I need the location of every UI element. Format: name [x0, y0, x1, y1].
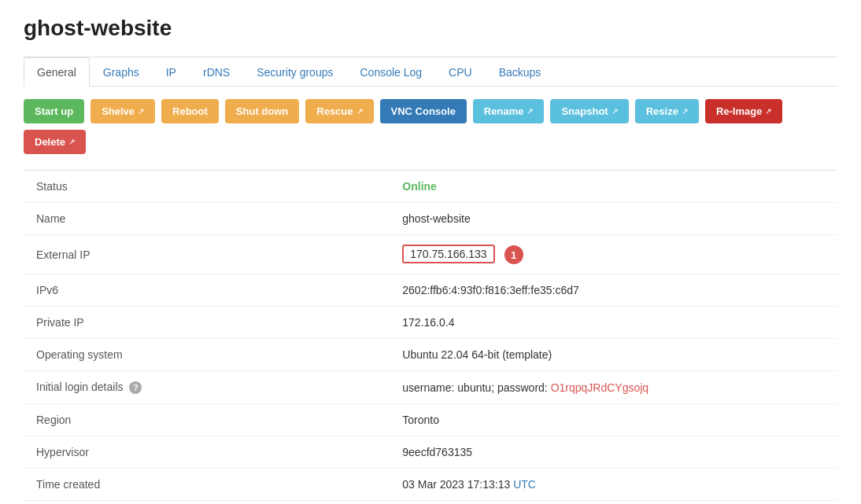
tab-console-log[interactable]: Console Log	[346, 57, 435, 86]
shut-down-button[interactable]: Shut down	[225, 99, 299, 123]
row-hypervisor: Hypervisor 9eecfd763135	[24, 436, 837, 469]
rescue-label: Rescue	[316, 105, 353, 117]
tab-rdns[interactable]: rDNS	[190, 57, 243, 86]
ipv6-label: IPv6	[24, 274, 390, 307]
details-table: Status Online Name ghost-website Externa…	[24, 170, 837, 504]
region-value: Toronto	[390, 404, 837, 436]
resize-button[interactable]: Resize ↗	[635, 99, 699, 123]
re-image-ext-icon: ↗	[765, 107, 771, 116]
ip-badge: 1	[504, 245, 523, 264]
row-status: Status Online	[24, 171, 837, 203]
resize-ext-icon: ↗	[682, 107, 688, 116]
page-title: ghost-website	[24, 16, 837, 41]
status-label: Status	[24, 171, 390, 203]
os-value: Ubuntu 22.04 64-bit (template)	[390, 339, 837, 371]
private-ip-label: Private IP	[24, 307, 390, 339]
login-value: username: ubuntu; password: O1rqpqJRdCYg…	[390, 371, 837, 404]
delete-label: Delete	[35, 136, 65, 148]
hypervisor-value: 9eecfd763135	[390, 436, 837, 469]
time-created-label: Time created	[24, 469, 390, 501]
row-time-created: Time created 03 Mar 2023 17:13:13 UTC	[24, 469, 837, 501]
time-created-value: 03 Mar 2023 17:13:13 UTC	[390, 469, 837, 501]
tab-bar: General Graphs IP rDNS Security groups C…	[24, 57, 837, 86]
os-label: Operating system	[24, 339, 390, 371]
tab-backups[interactable]: Backups	[486, 57, 555, 86]
row-login: Initial login details ? username: ubuntu…	[24, 371, 837, 404]
name-label: Name	[24, 203, 390, 235]
rename-ext-icon: ↗	[527, 107, 533, 116]
re-image-button[interactable]: Re-Image ↗	[705, 99, 783, 123]
shelve-label: Shelve	[102, 105, 135, 117]
tab-cpu[interactable]: CPU	[435, 57, 486, 86]
row-ipv6: IPv6 2602:ffb6:4:93f0:f816:3eff:fe35:c6d…	[24, 274, 837, 307]
name-value: ghost-website	[390, 203, 837, 235]
action-bar: Start up Shelve ↗ Reboot Shut down Rescu…	[24, 99, 837, 154]
login-password[interactable]: O1rqpqJRdCYgsojq	[551, 381, 649, 394]
rescue-button[interactable]: Rescue ↗	[305, 99, 373, 123]
delete-button[interactable]: Delete ↗	[24, 130, 86, 154]
rename-button[interactable]: Rename ↗	[473, 99, 545, 123]
status-value: Online	[402, 180, 437, 193]
row-os: Operating system Ubuntu 22.04 64-bit (te…	[24, 339, 837, 371]
vnc-console-button[interactable]: VNC Console	[380, 99, 467, 123]
delete-ext-icon: ↗	[68, 138, 75, 146]
start-up-button[interactable]: Start up	[24, 99, 84, 123]
shelve-ext-icon: ↗	[138, 107, 144, 116]
row-name: Name ghost-website	[24, 203, 837, 235]
row-external-ip: External IP 170.75.166.133 1	[24, 235, 837, 274]
external-ip-label: External IP	[24, 235, 390, 274]
tab-security-groups[interactable]: Security groups	[243, 57, 346, 86]
snapshot-ext-icon: ↗	[612, 107, 618, 116]
row-region: Region Toronto	[24, 404, 837, 436]
price-label: Price	[24, 501, 390, 504]
ipv6-value: 2602:ffb6:4:93f0:f816:3eff:fe35:c6d7	[390, 274, 837, 307]
resize-label: Resize	[646, 105, 678, 117]
external-ip-value[interactable]: 170.75.166.133	[402, 245, 494, 263]
re-image-label: Re-Image	[716, 105, 763, 117]
tab-ip[interactable]: IP	[153, 57, 190, 86]
tab-general[interactable]: General	[24, 57, 90, 86]
private-ip-value: 172.16.0.4	[390, 307, 837, 339]
rescue-ext-icon: ↗	[357, 107, 363, 116]
tab-graphs[interactable]: Graphs	[90, 57, 153, 86]
price-value: $0.0049 hourly ($3.5 monthly)	[390, 501, 837, 504]
hypervisor-label: Hypervisor	[24, 436, 390, 469]
snapshot-button[interactable]: Snapshot ↗	[550, 99, 628, 123]
row-private-ip: Private IP 172.16.0.4	[24, 307, 837, 339]
time-created-utc: UTC	[513, 478, 536, 491]
snapshot-label: Snapshot	[561, 105, 608, 117]
page-container: ghost-website General Graphs IP rDNS Sec…	[0, 0, 861, 504]
row-price: Price $0.0049 hourly ($3.5 monthly)	[24, 501, 837, 504]
login-help-icon[interactable]: ?	[129, 381, 142, 394]
shelve-button[interactable]: Shelve ↗	[91, 99, 155, 123]
login-label: Initial login details ?	[24, 371, 390, 404]
region-label: Region	[24, 404, 390, 436]
reboot-button[interactable]: Reboot	[161, 99, 219, 123]
rename-label: Rename	[484, 105, 524, 117]
